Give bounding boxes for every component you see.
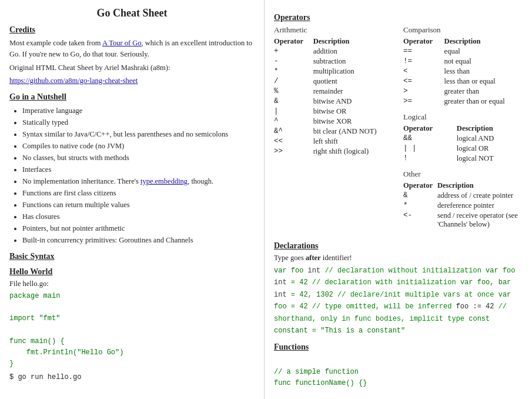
table-row: <=less than or equal [403, 77, 523, 87]
table-row: *dereference pointer [403, 201, 523, 211]
table-row: >>right shift (logical) [274, 147, 392, 157]
other-section: Other OperatorDescription &address of / … [403, 169, 523, 230]
col-header: Description [457, 124, 523, 134]
comparison-label: Comparison [403, 25, 523, 35]
table-row: +addition [274, 46, 392, 56]
list-item: Interfaces [22, 164, 255, 175]
hello-world-title: Hello World [9, 267, 255, 277]
comparison-section: Comparison OperatorDescription ==equal !… [403, 25, 523, 107]
arithmetic-table: OperatorDescription +addition -subtracti… [274, 36, 392, 157]
func-main: func main() { fmt.Println("Hello Go") } [9, 337, 123, 368]
table-row: ==equal [403, 46, 523, 56]
github-link[interactable]: https://github.com/a8m/go-lang-cheat-she… [9, 77, 138, 85]
table-row: *multiplication [274, 66, 392, 77]
after-bold: after [306, 254, 321, 262]
col-header: Operator [403, 124, 457, 134]
table-row: <less than [403, 66, 523, 77]
declarations-code: var foo int // declaration without initi… [274, 265, 523, 337]
other-label: Other [403, 169, 523, 179]
logical-label: Logical [403, 112, 523, 122]
run-command: $ go run hello.go [9, 372, 255, 383]
list-item: Has closures [22, 211, 255, 222]
table-row: /quotient [274, 77, 392, 87]
right-ops-sections: Comparison OperatorDescription ==equal !… [403, 25, 523, 235]
list-item: No classes, but structs with methods [22, 152, 255, 164]
basic-syntax-title: Basic Syntax [9, 252, 255, 261]
functions-title: Functions [274, 343, 523, 352]
list-item: Compiles to native code (no JVM) [22, 140, 255, 152]
decl-line: var foo int // declaration without initi… [274, 267, 481, 275]
table-row: %remainder [274, 87, 392, 97]
operators-title: Operators [274, 13, 523, 22]
func-comment: // a simple function [274, 368, 359, 376]
table-row: !logical NOT [403, 154, 523, 164]
col-header: Description [313, 36, 392, 46]
package-line: package main [9, 292, 60, 300]
col-header: Operator [403, 36, 444, 46]
list-item: Pointers, but not pointer arithmetic [22, 222, 255, 234]
credits-title: Credits [9, 25, 255, 35]
list-item: Syntax similar to Java/C/C++, but less p… [22, 128, 255, 140]
table-row: !=not equal [403, 56, 523, 66]
col-header: Operator [274, 36, 313, 46]
nutshell-title: Go in a Nutshell [9, 92, 255, 102]
logical-section: Logical OperatorDescription &&logical AN… [403, 112, 523, 164]
col-header: Description [437, 181, 523, 191]
table-row: -subtraction [274, 56, 392, 66]
hello-file-label: File hello.go: [9, 280, 255, 288]
table-row: <-send / receive operator (see 'Channels… [403, 211, 523, 230]
arithmetic-label: Arithmetic [274, 25, 392, 35]
logical-table: OperatorDescription &&logical AND | |log… [403, 124, 523, 164]
right-column: Operators Arithmetic OperatorDescription… [265, 0, 532, 399]
left-column: Go Cheat Sheet Credits Most example code… [0, 0, 265, 399]
col-header: Description [444, 36, 523, 46]
table-row: &bitwise AND [274, 97, 392, 107]
credits-author: Original HTML Cheat Sheet by Ariel Mashr… [9, 62, 255, 74]
list-item: Functions are first class citizens [22, 187, 255, 199]
table-row: >=greater than or equal [403, 97, 523, 107]
credits-section: Most example code taken from A Tour of G… [9, 38, 255, 87]
import-line: import "fmt" [9, 314, 60, 322]
list-item: Functions can return multiple values [22, 199, 255, 211]
declarations-note: Type goes after identifier! [274, 254, 523, 262]
tour-link[interactable]: A Tour of Go [102, 39, 142, 47]
table-row: |bitwise OR [274, 107, 392, 117]
table-row: | |logical OR [403, 144, 523, 154]
list-item: Built-in concurrency primitives: Gorouti… [22, 234, 255, 246]
list-item: No implementation inheritance. There's t… [22, 175, 255, 187]
arithmetic-section: Arithmetic OperatorDescription +addition… [274, 25, 392, 235]
functions-code: // a simple function func functionName()… [274, 355, 523, 399]
operators-container: Arithmetic OperatorDescription +addition… [274, 25, 523, 235]
page-title: Go Cheat Sheet [9, 7, 255, 19]
table-row: ^bitwise XOR [274, 117, 392, 127]
table-row: &&logical AND [403, 134, 523, 144]
nutshell-list: Imperative language Statically typed Syn… [9, 105, 255, 246]
credits-text: Most example code taken from A Tour of G… [9, 38, 255, 60]
type-embedding-link[interactable]: type.embedding [140, 177, 188, 185]
hello-code: package main import "fmt" func main() { … [9, 291, 255, 370]
list-item: Imperative language [22, 105, 255, 117]
table-row: >greater than [403, 87, 523, 97]
arithmetic-op: Arithmetic OperatorDescription +addition… [274, 25, 392, 157]
func-line: func functionName() {} [274, 379, 367, 387]
table-row: <<left shift [274, 137, 392, 147]
list-item: Statically typed [22, 117, 255, 128]
comparison-table: OperatorDescription ==equal !=not equal … [403, 36, 523, 107]
table-row: &address of / create pointer [403, 191, 523, 201]
table-row: &^bit clear (AND NOT) [274, 127, 392, 137]
page-container: Go Cheat Sheet Credits Most example code… [0, 0, 532, 399]
credits-github: https://github.com/a8m/go-lang-cheat-she… [9, 75, 255, 87]
declarations-title: Declarations [274, 241, 523, 251]
other-table: OperatorDescription &address of / create… [403, 181, 523, 230]
col-header: Operator [403, 181, 437, 191]
